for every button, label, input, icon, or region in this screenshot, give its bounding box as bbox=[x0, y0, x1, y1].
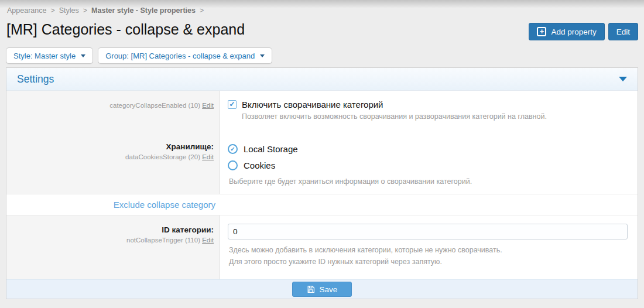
description-line-2: Для этого просто укажите ID нужных катег… bbox=[229, 256, 628, 268]
radio-option-local-storage[interactable]: ✓ Local Storage bbox=[228, 141, 638, 157]
breadcrumb-appearance[interactable]: Appearance bbox=[7, 6, 46, 15]
save-button-label: Save bbox=[320, 285, 338, 294]
property-name: categoryCollapseEnabled (10) Edit bbox=[12, 102, 214, 109]
edit-button-label: Edit bbox=[616, 28, 630, 36]
style-properties-panel: Settings categoryCollapseEnabled (10) Ed… bbox=[6, 67, 638, 299]
save-floppy-icon bbox=[307, 285, 315, 293]
edit-button[interactable]: Edit bbox=[608, 23, 638, 40]
breadcrumb-separator: > bbox=[50, 6, 54, 15]
style-selector-label: Style: Master style bbox=[13, 52, 76, 60]
radio-label: Local Storage bbox=[244, 144, 298, 154]
property-label-cell: categoryCollapseEnabled (10) Edit bbox=[6, 91, 220, 136]
chevron-down-icon bbox=[81, 54, 85, 57]
property-name-text: categoryCollapseEnabled (10) bbox=[109, 102, 200, 109]
chevron-down-icon bbox=[260, 54, 265, 57]
radio-option-cookies[interactable]: Cookies bbox=[228, 157, 638, 173]
breadcrumb: Appearance>Styles>Master style - Style p… bbox=[7, 6, 208, 15]
property-description: Здесь можно добавить в исключения катего… bbox=[229, 244, 628, 268]
breadcrumb-separator: > bbox=[83, 6, 87, 15]
header-actions: + Add property Edit bbox=[529, 23, 638, 40]
group-selector-label: Group: [MR] Categories - collapse & expa… bbox=[105, 52, 255, 60]
filter-chips: Style: Master style Group: [MR] Categori… bbox=[6, 47, 272, 64]
radio-label: Cookies bbox=[244, 160, 275, 170]
checkbox-label: Включить сворачивание категорий bbox=[242, 100, 383, 109]
property-label-cell: Хранилище: dataCookiesStorage (20) Edit bbox=[6, 136, 220, 194]
property-row-categoryCollapseEnabled: categoryCollapseEnabled (10) Edit ✓ Вклю… bbox=[6, 91, 638, 136]
page-title: [MR] Categories - collapse & expand bbox=[6, 21, 245, 38]
radio-unselected-icon[interactable] bbox=[228, 160, 238, 170]
edit-property-link[interactable]: Edit bbox=[202, 153, 214, 160]
settings-section-header[interactable]: Settings bbox=[6, 68, 638, 91]
property-name: notCollapseTrigger (110) Edit bbox=[12, 237, 214, 244]
plus-icon: + bbox=[537, 27, 546, 36]
breadcrumb-separator: > bbox=[200, 6, 204, 15]
category-id-input[interactable] bbox=[228, 224, 628, 239]
breadcrumb-styles[interactable]: Styles bbox=[59, 6, 79, 15]
property-row-dataCookiesStorage: Хранилище: dataCookiesStorage (20) Edit … bbox=[6, 136, 638, 194]
add-property-button[interactable]: + Add property bbox=[529, 23, 604, 40]
property-description: Позволяет включить возможность сворачива… bbox=[242, 112, 638, 121]
style-selector-chip[interactable]: Style: Master style bbox=[6, 47, 93, 64]
property-value-cell: Здесь можно добавить в исключения катего… bbox=[220, 215, 638, 279]
breadcrumb-current[interactable]: Master style - Style properties bbox=[91, 6, 196, 15]
subheading-exclude-collapse-category: Exclude collapse category bbox=[6, 194, 215, 215]
edit-property-link[interactable]: Edit bbox=[202, 237, 214, 244]
property-value-cell: ✓ Включить сворачивание категорий Позвол… bbox=[220, 91, 638, 136]
subheading-row: Exclude collapse category bbox=[6, 194, 638, 215]
edit-property-link[interactable]: Edit bbox=[202, 102, 214, 109]
property-name: dataCookiesStorage (20) Edit bbox=[12, 153, 214, 160]
property-title: Хранилище: bbox=[12, 142, 214, 151]
property-label-cell: ID категории: notCollapseTrigger (110) E… bbox=[6, 215, 220, 279]
checkbox-checked-icon[interactable]: ✓ bbox=[228, 100, 237, 109]
group-selector-chip[interactable]: Group: [MR] Categories - collapse & expa… bbox=[98, 47, 272, 64]
property-value-cell: ✓ Local Storage Cookies Выберите где буд… bbox=[220, 136, 638, 194]
checkbox-option[interactable]: ✓ Включить сворачивание категорий bbox=[228, 100, 638, 109]
property-row-notCollapseTrigger: ID категории: notCollapseTrigger (110) E… bbox=[6, 215, 638, 279]
add-property-label: Add property bbox=[551, 28, 596, 36]
description-line-1: Здесь можно добавить в исключения катего… bbox=[229, 244, 628, 256]
settings-section-title: Settings bbox=[17, 73, 54, 85]
property-title: ID категории: bbox=[12, 225, 214, 234]
property-name-text: notCollapseTrigger (110) bbox=[126, 237, 200, 244]
save-button[interactable]: Save bbox=[292, 282, 352, 297]
save-bar: Save bbox=[6, 279, 638, 299]
collapse-section-icon[interactable] bbox=[619, 77, 627, 81]
radio-selected-icon[interactable]: ✓ bbox=[228, 144, 238, 154]
property-description: Выберите где будет храниться информация … bbox=[229, 177, 638, 186]
property-name-text: dataCookiesStorage (20) bbox=[125, 153, 200, 160]
